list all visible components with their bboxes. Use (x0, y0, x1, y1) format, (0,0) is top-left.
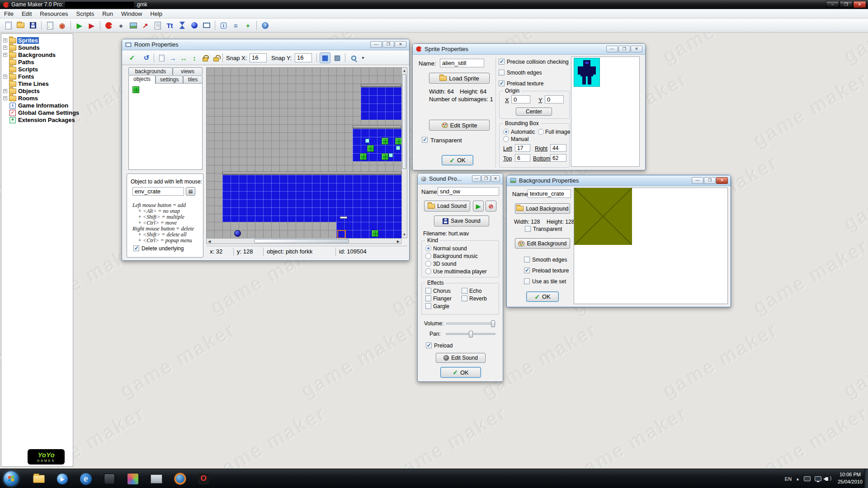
dark-app-taskbar-icon[interactable] (99, 470, 120, 488)
object-to-add-input[interactable]: env_crate (132, 187, 184, 196)
volume-tray-icon[interactable] (826, 477, 828, 481)
sidebar-item-game-information[interactable]: Game Information (1, 102, 73, 109)
add-path-icon[interactable]: ↗ (140, 20, 151, 31)
windows-explorer-taskbar-icon[interactable] (28, 470, 50, 488)
sprite-ok-button[interactable]: ✓OK (442, 155, 473, 165)
show-desktop-button[interactable] (864, 469, 868, 488)
tab-views[interactable]: views (173, 67, 203, 75)
env-crate-instance[interactable] (367, 145, 374, 152)
env-crate-object-icon[interactable] (132, 86, 139, 93)
sidebar-item-objects[interactable]: +Objects (1, 87, 73, 94)
sound-maximize-button[interactable]: ❐ (481, 175, 491, 182)
room-minimize-button[interactable]: — (370, 41, 382, 48)
sprite-name-input[interactable]: alien_still (440, 59, 484, 67)
env-crate-instance[interactable] (360, 153, 367, 160)
add-background-icon[interactable] (127, 20, 139, 31)
tab-settings[interactable]: settings (156, 75, 183, 83)
sidebar-item-time-lines[interactable]: Time Lines (1, 80, 73, 87)
grid-toggle-icon[interactable]: ▦ (320, 52, 330, 63)
kind-radio-background-music[interactable] (425, 253, 431, 259)
pan-slider-thumb[interactable] (469, 331, 473, 338)
room-close-button[interactable]: ✕ (395, 41, 406, 48)
new-file-icon[interactable] (3, 20, 14, 31)
help-icon[interactable]: ? (259, 20, 271, 31)
sprite-transparent-checkbox[interactable] (422, 137, 428, 143)
origin-y-input[interactable]: 0 (545, 95, 564, 103)
effect-checkbox-chorus[interactable] (425, 288, 431, 294)
undo-icon[interactable]: ↺ (141, 52, 152, 63)
save-icon[interactable] (27, 20, 38, 31)
tab-objects[interactable]: objects (128, 75, 156, 84)
pan-slider[interactable] (446, 333, 495, 335)
sidebar-item-global-game-settings[interactable]: Global Game Settings (1, 109, 73, 116)
save-sound-button[interactable]: Save Sound (434, 216, 489, 226)
load-background-button[interactable]: Load Background (515, 203, 570, 214)
expander-icon[interactable]: + (3, 89, 7, 93)
background-ok-button[interactable]: ✓OK (526, 291, 559, 302)
global-game-settings-icon[interactable]: ≡ (230, 20, 241, 31)
kind-radio-normal-sound[interactable] (425, 245, 431, 251)
background-minimize-button[interactable]: — (692, 177, 703, 184)
sound-name-input[interactable]: snd_ow (438, 187, 499, 196)
add-sprite-icon[interactable] (103, 20, 114, 31)
menu-edit[interactable]: Edit (18, 9, 36, 18)
center-button[interactable]: Center (516, 108, 552, 116)
keyboard-tray-icon[interactable] (804, 476, 811, 481)
gem-instance[interactable] (365, 139, 369, 143)
expander-icon[interactable]: + (3, 96, 7, 100)
bbox-automatic-radio[interactable] (503, 129, 509, 135)
room-vertical-scrollbar[interactable]: ▲ ▼ (401, 67, 407, 238)
sprite-minimize-button[interactable]: — (606, 46, 618, 52)
internet-explorer-taskbar-icon[interactable]: e (75, 470, 97, 488)
create-executable-icon[interactable]: ↓ (44, 20, 56, 31)
opera-taskbar-icon[interactable]: O (193, 470, 214, 488)
zoom-dropdown-icon[interactable]: ▾ (358, 52, 368, 63)
shift-room-icon[interactable]: → (167, 52, 178, 63)
close-button[interactable]: ✕ (853, 1, 866, 8)
open-folder-icon[interactable] (15, 20, 26, 31)
add-room-icon[interactable] (201, 20, 212, 31)
add-timeline-icon[interactable] (176, 20, 188, 31)
snap-y-input[interactable]: 16 (295, 53, 312, 62)
sound-close-button[interactable]: ✕ (491, 175, 500, 182)
sidebar-item-scripts[interactable]: Scripts (1, 66, 73, 73)
minimize-button[interactable]: – (826, 1, 839, 8)
ball-object-instance[interactable] (234, 230, 241, 237)
room-horizontal-scrollbar[interactable]: ◀ ▶ (206, 238, 401, 244)
sound-properties-titlebar[interactable]: Sound Pro... — ❐ ✕ (418, 174, 503, 184)
expander-icon[interactable]: + (3, 75, 7, 79)
env-crate-instance[interactable] (395, 138, 401, 145)
kind-radio-use-multimedia-player[interactable] (425, 268, 431, 274)
sidebar-item-extension-packages[interactable]: Extension Packages (1, 116, 73, 123)
window-app-taskbar-icon[interactable] (146, 470, 167, 488)
sidebar-item-sprites[interactable]: +Sprites (1, 37, 73, 44)
delete-underlying-checkbox[interactable] (133, 245, 139, 251)
background-tileset-checkbox[interactable] (524, 278, 530, 284)
horizontal-shift-icon[interactable]: ↔ (178, 52, 189, 63)
load-sound-button[interactable]: Load Sound (424, 201, 470, 211)
media-player-taskbar-icon[interactable]: ▶ (52, 470, 73, 488)
room-maximize-button[interactable]: ❐ (382, 41, 394, 48)
background-maximize-button[interactable]: ❐ (704, 177, 716, 184)
menu-scripts[interactable]: Scripts (72, 9, 99, 18)
vertical-shift-icon[interactable]: ↕ (189, 52, 200, 63)
add-sound-icon[interactable]: ● (115, 20, 127, 31)
sound-minimize-button[interactable]: — (472, 175, 481, 182)
extension-packages-icon[interactable]: + (242, 20, 254, 31)
sprite-maximize-button[interactable]: ❐ (618, 46, 630, 52)
load-sprite-button[interactable]: Load Sprite (429, 73, 490, 84)
room-properties-titlebar[interactable]: Room Properties — ❐ ✕ (122, 39, 409, 50)
preload-texture-checkbox[interactable] (499, 80, 505, 86)
sidebar-item-fonts[interactable]: +Fonts (1, 73, 73, 80)
object-list[interactable] (128, 83, 203, 170)
play-sound-button[interactable]: ▶ (473, 201, 484, 211)
menu-file[interactable]: File (0, 9, 18, 18)
unlock-icon[interactable] (211, 52, 222, 63)
sound-preload-checkbox[interactable] (426, 343, 432, 348)
taskbar-clock[interactable]: 10:06 PM 25/04/2010 (838, 471, 863, 485)
sidebar-item-paths[interactable]: Paths (1, 58, 73, 66)
effect-checkbox-reverb[interactable] (462, 296, 467, 301)
room-grid[interactable] (206, 67, 401, 238)
volume-slider-thumb[interactable] (491, 320, 495, 327)
kind-radio-3d-sound[interactable] (425, 261, 431, 267)
